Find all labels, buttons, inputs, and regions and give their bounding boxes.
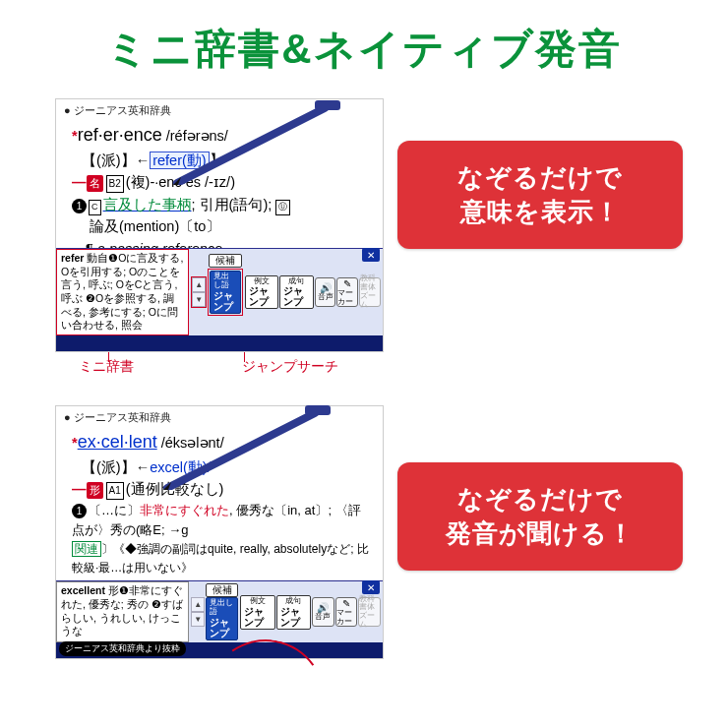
kouho-button[interactable]: 候補 [209,254,242,268]
reibun-jump-button[interactable]: 例文ジャンプ [240,595,274,630]
dictionary-panel-reference: ジーニアス英和辞典 *ref·er·ence /réfərəns/ 【(派)】←… [55,98,384,352]
audio-button[interactable]: 🔊音声 [315,277,336,307]
seiku-jump-button[interactable]: 成句ジャンプ [279,275,313,310]
dictionary-name: ジーニアス英和辞典 [56,406,383,427]
entry-body: *ref·er·ence /réfərəns/ 【(派)】←refer(動)】 … [56,120,383,260]
nav-up-icon[interactable]: ▲ [192,277,206,292]
textbook-font-button: 教科書体ズーム [358,597,381,627]
callout-trace-meaning: なぞるだけで 意味を表示！ [397,141,683,249]
nav-down-icon[interactable]: ▼ [191,612,205,627]
callout-trace-pronounce: なぞるだけで 発音が聞ける！ [397,462,683,571]
highlighted-headword[interactable]: ex·cel·lent [78,432,157,452]
nav-up-icon[interactable]: ▲ [191,597,205,612]
audio-button[interactable]: 🔊音声 [312,597,334,627]
seiku-jump-button[interactable]: 成句ジャンプ [276,595,311,630]
textbook-font-button: 教科書体ズーム [359,277,381,307]
annotation-jump-search: ジャンプサーチ [242,358,338,376]
mini-dict-popup: ✕ refer 動自❶Oに言及する, Oを引用する; Oのことを言う, 呼ぶ; … [56,248,383,335]
marker-button[interactable]: ✎マーカー [336,277,358,307]
close-icon[interactable]: ✕ [362,580,380,594]
reibun-jump-button[interactable]: 例文ジャンプ [245,275,278,310]
dictionary-panel-excellent: ジーニアス英和辞典 *ex·cel·lent /éksələnt/ 【(派)】←… [55,405,384,659]
page-title: ミニ辞書&ネイティブ発音 [0,0,728,77]
mini-dict-definition: excellent 形❶非常にすぐれた, 優秀な; 秀の ❷すばらしい, うれし… [56,581,189,642]
mini-dict-popup: ✕ excellent 形❶非常にすぐれた, 優秀な; 秀の ❷すばらしい, う… [56,580,383,642]
close-icon[interactable]: ✕ [362,248,380,262]
deriv-link-excel[interactable]: excel(動)/ [150,459,212,475]
highlighted-text[interactable]: 言及した事柄 [103,197,192,212]
annotation-mini-dict: ミニ辞書 [79,358,134,376]
dictionary-name: ジーニアス英和辞典 [56,99,383,120]
midashi-jump-button[interactable]: 見出し語ジャンプ [206,597,238,640]
kouho-button[interactable]: 候補 [206,583,238,597]
deriv-link-refer[interactable]: refer(動) [150,152,209,169]
popup-toolbar: ▲▼ 候補 見出し語ジャンプ 例文ジャンプ 成句ジャンプ 🔊音声 ✎マーカー 教… [189,581,383,642]
marker-button[interactable]: ✎マーカー [335,597,358,627]
nav-down-icon[interactable]: ▼ [192,292,206,307]
midashi-jump-button[interactable]: 見出し語ジャンプ [210,271,241,314]
popup-toolbar: ▲▼ 候補 見出し語ジャンプ 例文ジャンプ 成句ジャンプ 🔊音声 ✎マーカー 教… [189,249,383,335]
source-pill: ジーニアス英和辞典より抜粋 [59,641,186,656]
bottom-bar [56,335,383,351]
mini-dict-definition: refer 動自❶Oに言及する, Oを引用する; Oのことを言う, 呼ぶ; Oを… [56,249,189,335]
